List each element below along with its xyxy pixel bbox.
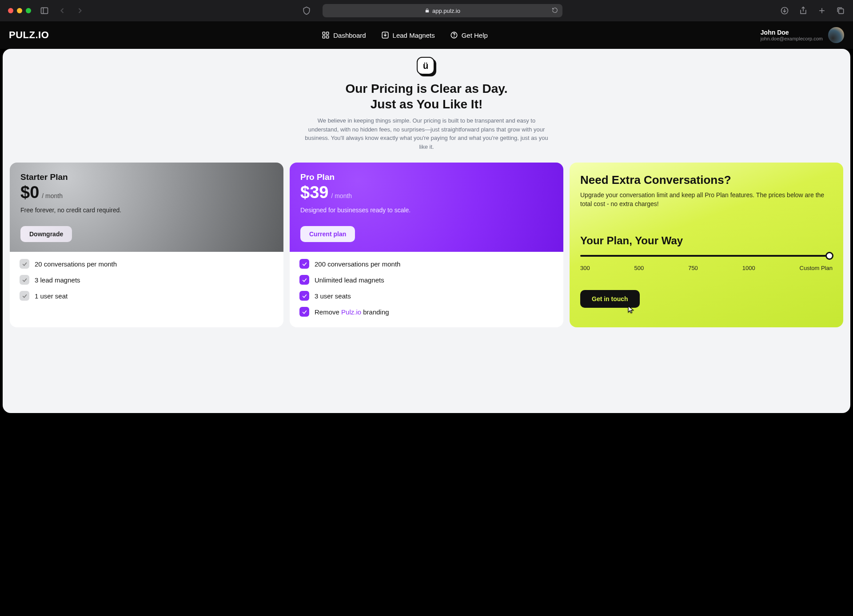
slider-ticks: 300 500 750 1000 Custom Plan [580, 265, 833, 271]
plan-period: / month [42, 192, 63, 199]
nav-lead-magnets[interactable]: Lead Magnets [381, 31, 435, 39]
user-name: John Doe [761, 29, 823, 36]
maximize-window-button[interactable] [26, 8, 31, 13]
slider-tick: Custom Plan [800, 265, 833, 271]
current-plan-button[interactable]: Current plan [300, 226, 355, 242]
plan-tagline: Designed for businesses ready to scale. [300, 207, 553, 214]
slider-tick: 750 [688, 265, 698, 271]
user-menu[interactable]: John Doe john.doe@examplecorp.com [761, 27, 844, 43]
close-window-button[interactable] [8, 8, 13, 13]
feature-item: Remove Pulz.io branding [299, 307, 554, 317]
plan-name: Starter Plan [20, 172, 273, 182]
feature-item: 1 user seat [20, 291, 274, 301]
svg-rect-10 [323, 36, 325, 38]
tabs-overview-icon[interactable] [836, 6, 845, 15]
check-icon [20, 275, 29, 285]
page-title: Our Pricing is Clear as Day. Just as You… [253, 81, 600, 112]
hero-logo-icon: ü [417, 57, 436, 76]
get-in-touch-button[interactable]: Get in touch [580, 290, 640, 308]
back-button[interactable] [58, 6, 67, 15]
nav-get-help[interactable]: Get Help [450, 31, 488, 39]
feature-item: Unlimited lead magnets [299, 275, 554, 285]
url-text: app.pulz.io [432, 8, 460, 14]
conversations-slider[interactable] [580, 255, 833, 257]
share-icon[interactable] [799, 6, 808, 15]
forward-button[interactable] [76, 6, 84, 15]
download-box-icon [381, 31, 389, 39]
minimize-window-button[interactable] [17, 8, 22, 13]
feature-item: 3 user seats [299, 291, 554, 301]
grid-icon [322, 31, 330, 39]
check-icon [299, 259, 309, 269]
feature-item: 3 lead magnets [20, 275, 274, 285]
slider-tick: 300 [580, 265, 590, 271]
extra-conversations-card: Need Extra Conversations? Upgrade your c… [570, 163, 843, 327]
feature-list: 20 conversations per month 3 lead magnet… [10, 252, 283, 311]
feature-item: 20 conversations per month [20, 259, 274, 269]
extra-heading: Your Plan, Your Way [580, 234, 833, 247]
plan-name: Pro Plan [300, 172, 553, 182]
user-email: john.doe@examplecorp.com [761, 36, 823, 41]
plan-tagline: Free forever, no credit card required. [20, 207, 273, 214]
brand-link[interactable]: Pulz.io [341, 308, 361, 316]
address-bar[interactable]: app.pulz.io [323, 4, 562, 17]
plan-card-pro: Pro Plan $39 / month Designed for busine… [290, 163, 563, 327]
check-icon [299, 307, 309, 317]
plan-period: / month [331, 192, 352, 199]
svg-rect-7 [839, 9, 844, 14]
check-icon [299, 275, 309, 285]
avatar[interactable] [828, 27, 844, 43]
app-header: PULZ.IO Dashboard Lead Magnets Get Help … [0, 21, 853, 49]
sidebar-toggle-icon[interactable] [40, 6, 49, 15]
feature-list: 200 conversations per month Unlimited le… [290, 252, 563, 327]
svg-rect-11 [327, 36, 329, 38]
page-content: ü Our Pricing is Clear as Day. Just as Y… [3, 49, 850, 413]
pricing-cards: Starter Plan $0 / month Free forever, no… [10, 163, 843, 327]
downloads-icon[interactable] [780, 6, 789, 15]
plan-card-starter: Starter Plan $0 / month Free forever, no… [10, 163, 283, 327]
window-controls [8, 8, 31, 13]
slider-tick: 500 [634, 265, 644, 271]
privacy-shield-icon[interactable] [302, 6, 311, 15]
brand-logo[interactable]: PULZ.IO [9, 29, 49, 41]
main-nav: Dashboard Lead Magnets Get Help [49, 31, 761, 39]
svg-rect-9 [327, 32, 329, 34]
nav-dashboard[interactable]: Dashboard [322, 31, 366, 39]
feature-item: 200 conversations per month [299, 259, 554, 269]
slider-tick: 1000 [742, 265, 755, 271]
svg-point-15 [454, 36, 454, 37]
check-icon [20, 291, 29, 301]
nav-label: Lead Magnets [393, 32, 435, 39]
plan-price: $39 [300, 183, 328, 202]
hero: ü Our Pricing is Clear as Day. Just as Y… [253, 57, 600, 151]
check-icon [20, 259, 29, 269]
check-icon [299, 291, 309, 301]
slider-track [580, 255, 833, 257]
extra-title: Need Extra Conversations? [580, 173, 833, 187]
svg-rect-0 [41, 8, 48, 13]
downgrade-button[interactable]: Downgrade [20, 226, 72, 242]
nav-label: Dashboard [333, 32, 366, 39]
page-subtitle: We believe in keeping things simple. Our… [302, 116, 551, 151]
lock-icon [425, 8, 430, 14]
reload-icon[interactable] [552, 7, 558, 15]
extra-subtitle: Upgrade your conversation limit and keep… [580, 191, 833, 209]
browser-toolbar: app.pulz.io [0, 0, 853, 21]
new-tab-icon[interactable] [817, 6, 826, 15]
svg-rect-8 [323, 32, 325, 34]
help-icon [450, 31, 458, 39]
nav-label: Get Help [462, 32, 488, 39]
plan-price: $0 [20, 183, 39, 202]
slider-thumb[interactable] [825, 252, 833, 260]
